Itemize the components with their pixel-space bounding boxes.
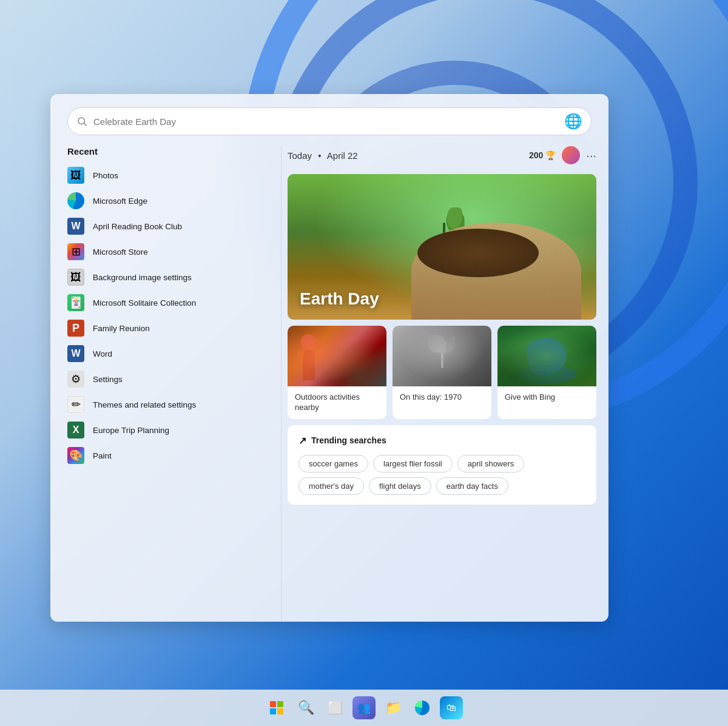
start-menu-panel: 🌐 Recent 🖼 Photos Microsoft Edge W April…	[50, 94, 608, 622]
app-icon-family-reunion: P	[67, 320, 84, 337]
app-name-europe-trip: Europe Trip Planning	[93, 426, 169, 435]
main-content: Today • April 22 200 🏆 ···	[281, 146, 608, 622]
app-name-settings: Settings	[93, 375, 123, 384]
search-bar[interactable]: 🌐	[67, 107, 592, 135]
card-outdoors-label: Outdoors activities nearby	[288, 386, 386, 419]
taskbar-store-button[interactable]: 🛍	[440, 696, 463, 719]
taskbar-search-button[interactable]: 🔍	[294, 696, 317, 719]
app-name-solitaire: Microsoft Solitaire Collection	[93, 298, 196, 308]
app-icon-photos: 🖼	[67, 167, 84, 184]
taskbar-windows-button[interactable]	[265, 696, 288, 719]
trending-pill-mothers-day[interactable]: mother's day	[298, 477, 364, 495]
app-name-word: Word	[93, 349, 112, 358]
app-item-solitaire[interactable]: 🃏 Microsoft Solitaire Collection	[62, 290, 269, 315]
app-item-edge[interactable]: Microsoft Edge	[62, 188, 269, 213]
app-item-themes[interactable]: ✏ Themes and related settings	[62, 392, 269, 417]
app-name-bg-settings: Background image settings	[93, 273, 192, 282]
card-givewithbing[interactable]: Give with Bing	[497, 326, 596, 419]
app-name-photos: Photos	[93, 171, 118, 180]
app-item-photos[interactable]: 🖼 Photos	[62, 163, 269, 188]
app-icon-word: W	[67, 345, 84, 362]
sidebar-recent: Recent 🖼 Photos Microsoft Edge W April R…	[50, 146, 281, 622]
app-item-paint[interactable]: 🎨 Paint	[62, 443, 269, 468]
app-icon-settings: ⚙	[67, 371, 84, 388]
card-onthisday-label: On this day: 1970	[393, 386, 491, 409]
app-item-bg-settings[interactable]: 🖼 Background image settings	[62, 264, 269, 290]
trending-pill-april-showers[interactable]: april showers	[457, 455, 525, 472]
trending-pill-soccer-games[interactable]: soccer games	[298, 455, 368, 472]
card-outdoors[interactable]: Outdoors activities nearby	[288, 326, 386, 419]
today-header: Today • April 22 200 🏆 ···	[288, 146, 596, 164]
hero-card[interactable]: Earth Day	[288, 174, 596, 320]
trending-pill-earth-day-facts[interactable]: earth day facts	[436, 477, 508, 495]
edge-icon	[415, 701, 430, 715]
trending-pill-largest-flier-fossil[interactable]: largest flier fossil	[373, 455, 453, 472]
app-item-settings[interactable]: ⚙ Settings	[62, 366, 269, 392]
trending-section: ↗ Trending searches soccer gameslargest …	[288, 425, 596, 505]
card-outdoors-image	[288, 326, 386, 386]
trending-header: ↗ Trending searches	[298, 435, 585, 446]
card-onthisday-image	[393, 326, 491, 386]
today-date: Today • April 22	[288, 150, 358, 161]
taskbar-task-view-button[interactable]: ⬜	[323, 696, 346, 719]
app-icon-solitaire: 🃏	[67, 294, 84, 311]
app-name-paint: Paint	[93, 451, 112, 460]
app-item-word-doc[interactable]: W April Reading Book Club	[62, 213, 269, 239]
app-icon-edge	[67, 192, 84, 209]
trophy-icon: 🏆	[545, 150, 556, 160]
trending-pills: soccer gameslargest flier fossilapril sh…	[298, 455, 585, 495]
taskbar: 🔍 ⬜ 👥 📁 🛍	[0, 690, 728, 726]
trending-title: Trending searches	[311, 435, 386, 445]
taskbar-teams-button[interactable]: 👥	[352, 696, 376, 719]
app-name-store: Microsoft Store	[93, 247, 148, 257]
app-item-store[interactable]: ⊞ Microsoft Store	[62, 239, 269, 264]
content-area: Recent 🖼 Photos Microsoft Edge W April R…	[50, 146, 608, 622]
hero-title: Earth Day	[300, 289, 379, 309]
app-item-word[interactable]: W Word	[62, 341, 269, 366]
small-cards-row: Outdoors activities nearby On this day: …	[288, 326, 596, 419]
app-list: 🖼 Photos Microsoft Edge W April Reading …	[62, 163, 269, 468]
app-name-themes: Themes and related settings	[93, 400, 196, 409]
app-icon-themes: ✏	[67, 396, 84, 413]
app-item-europe-trip[interactable]: X Europe Trip Planning	[62, 417, 269, 443]
app-icon-paint: 🎨	[67, 447, 84, 464]
app-icon-europe-trip: X	[67, 422, 84, 439]
trending-arrow-icon: ↗	[298, 435, 306, 446]
card-givewithbing-image	[497, 326, 596, 386]
sidebar-section-title: Recent	[62, 146, 269, 156]
card-givewithbing-label: Give with Bing	[497, 386, 596, 409]
app-name-edge: Microsoft Edge	[93, 197, 147, 206]
app-icon-bg-settings: 🖼	[67, 269, 84, 286]
app-item-family-reunion[interactable]: P Family Reunion	[62, 315, 269, 341]
app-name-family-reunion: Family Reunion	[93, 324, 150, 333]
app-icon-word-doc: W	[67, 218, 84, 235]
taskbar-explorer-button[interactable]: 📁	[382, 696, 405, 719]
search-globe-badge: 🌐	[564, 113, 582, 130]
svg-line-1	[84, 123, 86, 126]
trending-pill-flight-delays[interactable]: flight delays	[369, 477, 431, 495]
app-name-word-doc: April Reading Book Club	[93, 222, 182, 231]
search-icon	[76, 116, 87, 127]
app-icon-store: ⊞	[67, 243, 84, 260]
card-onthisday[interactable]: On this day: 1970	[393, 326, 491, 419]
taskbar-edge-button[interactable]	[411, 696, 434, 719]
svg-point-0	[78, 118, 85, 124]
search-input[interactable]	[93, 116, 558, 127]
today-right-controls: 200 🏆 ···	[529, 146, 596, 164]
user-avatar[interactable]	[562, 146, 580, 164]
points-badge: 200 🏆	[529, 150, 556, 160]
more-options-button[interactable]: ···	[586, 149, 596, 163]
